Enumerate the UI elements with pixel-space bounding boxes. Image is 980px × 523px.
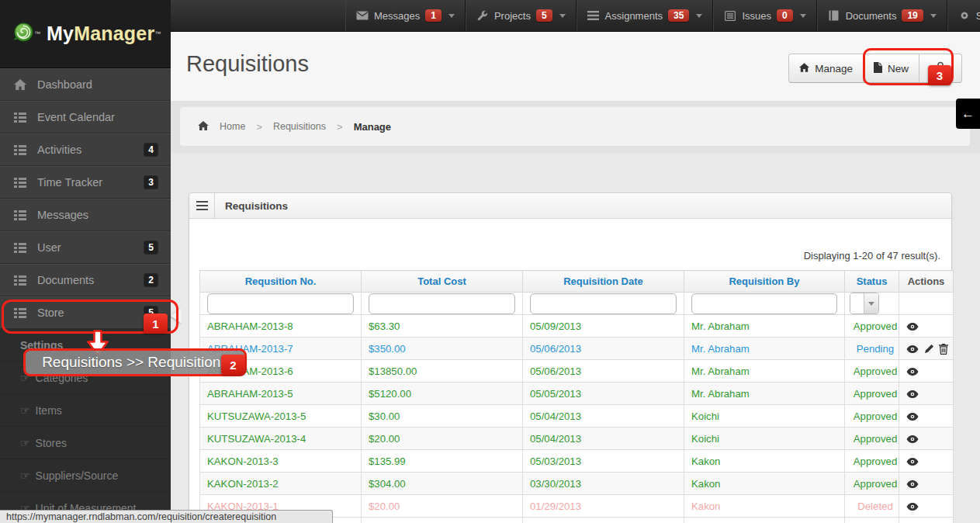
filter-total-cost-input[interactable]	[369, 293, 515, 314]
collapse-panel-button[interactable]: ←	[956, 99, 980, 129]
app-logo[interactable]: ™ MyManager ™	[0, 0, 171, 68]
chevron-separator: >	[256, 121, 262, 133]
count-badge: 5	[536, 9, 552, 22]
cell-requisition-date: 05/04/2013	[523, 428, 684, 450]
nav-issues[interactable]: Issues 0	[713, 0, 816, 31]
column-requisition-no[interactable]: Requsition No.	[200, 271, 362, 293]
view-icon[interactable]	[906, 435, 919, 443]
count-badge: 35	[668, 9, 689, 22]
filter-requisition-date-input[interactable]	[530, 293, 677, 314]
delete-icon[interactable]	[939, 344, 948, 355]
view-icon[interactable]	[906, 368, 919, 376]
annotation-tooltip: Requisitions >> Requisitions	[23, 348, 247, 376]
column-actions: Actions	[899, 271, 954, 293]
nav-settings[interactable]: Settings	[947, 0, 980, 31]
view-icon[interactable]	[906, 458, 919, 466]
edit-icon[interactable]	[924, 344, 934, 354]
filter-status-select[interactable]	[850, 293, 879, 314]
requisitions-panel: Requisitions Displaying 1-20 of 47 resul…	[189, 192, 952, 523]
chevron-separator: >	[337, 121, 343, 133]
panel-body: Displaying 1-20 of 47 result(s). Requsit…	[189, 219, 951, 523]
trademark: ™	[34, 30, 40, 37]
nav-assignments[interactable]: Assignments 35	[577, 0, 714, 31]
sidebar-item-activities[interactable]: Activities 4	[0, 133, 171, 166]
panel-header: Requisitions	[189, 193, 951, 219]
cell-requisition-no: KUTSUZAWA-2013-5	[200, 405, 362, 428]
view-icon[interactable]	[906, 503, 919, 511]
submenu-item-stores[interactable]: ☞ Stores	[0, 427, 171, 459]
cell-requisition-by: Koichi	[684, 405, 845, 428]
table-row: ABRAHAM-2013-6 $13850.00 05/06/2013 Mr. …	[200, 360, 954, 383]
count-badge: 0	[777, 9, 793, 22]
view-icon[interactable]	[906, 345, 919, 353]
cell-requisition-no: KAKON-2013-3	[200, 450, 362, 473]
column-requisition-date[interactable]: Requisition Date	[523, 271, 684, 293]
sidebar-item-label: Dashboard	[37, 78, 158, 91]
cell-total-cost: $5120.00	[362, 383, 523, 405]
view-icon[interactable]	[906, 323, 919, 331]
filter-requisition-by-input[interactable]	[691, 293, 837, 314]
nav-messages[interactable]: Messages 1	[345, 0, 466, 31]
th-list-icon	[14, 210, 37, 220]
browser-status-bar: https://mymanager.rndlabman.com/requisit…	[0, 510, 333, 523]
filter-row	[200, 293, 954, 315]
submenu-label: Items	[36, 404, 62, 417]
th-list-icon	[14, 178, 37, 188]
cell-requisition-no: KAKON-2013-2	[200, 473, 362, 495]
submenu-label: Suppliers/Source	[36, 469, 119, 482]
envelope-icon	[356, 11, 369, 20]
table-header-row: Requsition No. Total Cost Requisition Da…	[200, 271, 954, 293]
button-label: Manage	[815, 63, 853, 74]
list-icon	[587, 11, 600, 20]
submenu-item-items[interactable]: ☞ Items	[0, 394, 171, 427]
view-icon[interactable]	[906, 413, 919, 421]
cell-requisition-by: Koichi	[684, 428, 845, 450]
sidebar-item-messages[interactable]: Messages	[0, 199, 171, 231]
sidebar-item-documents[interactable]: Documents 2	[0, 264, 171, 296]
table-row: KAKON-2013-3 $135.99 05/03/2013 Kakon Ap…	[200, 450, 954, 473]
nav-projects[interactable]: Projects 5	[466, 0, 577, 31]
manage-button[interactable]: Manage	[788, 54, 864, 83]
hand-pointer-icon: ☞	[20, 469, 30, 482]
cell-total-cost: $30.00	[362, 405, 523, 428]
cell-requisition-date: 05/09/2013	[523, 315, 684, 338]
sidebar-item-dashboard[interactable]: Dashboard	[0, 68, 171, 101]
cell-requisition-date: 03/30/2013	[523, 473, 684, 495]
hand-pointer-icon: ☞	[20, 437, 30, 449]
nav-label: Projects	[494, 10, 531, 22]
sidebar-menu: Dashboard Event Calendar Activities 4 Ti…	[0, 68, 171, 329]
submenu-item-suppliers-source[interactable]: ☞ Suppliers/Source	[0, 459, 171, 492]
logo-snail-icon	[13, 22, 34, 46]
column-requisition-by[interactable]: Requisition By	[684, 271, 845, 293]
sidebar-item-label: Activities	[37, 144, 144, 156]
sidebar-item-event-calendar[interactable]: Event Calendar	[0, 101, 171, 133]
nav-label: Settings	[976, 10, 980, 22]
table-row: ABRAHAM-2013-5 $5120.00 05/05/2013 Mr. A…	[200, 383, 954, 405]
annotation-step-3: 3	[928, 65, 951, 85]
nav-documents[interactable]: Documents 19	[817, 0, 947, 31]
cell-status: Approved	[845, 383, 899, 405]
breadcrumb-current: Manage	[354, 121, 391, 133]
cell-status: Approved	[845, 405, 899, 428]
panel-menu-button[interactable]	[189, 193, 215, 218]
column-status[interactable]: Status	[845, 271, 899, 293]
cell-total-cost: $135.99	[362, 450, 523, 473]
cell-total-cost: $350.00	[362, 338, 523, 360]
cell-requisition-date: 05/04/2013	[523, 405, 684, 428]
cell-total-cost: $304.00	[362, 473, 523, 495]
sidebar-item-time-tracker[interactable]: Time Tracker 3	[0, 166, 171, 199]
content-area: Requisitions Displaying 1-20 of 47 resul…	[171, 153, 980, 523]
sidebar: ™ MyManager ™ Dashboard Event Calendar A…	[0, 0, 171, 523]
view-icon[interactable]	[906, 480, 919, 488]
cell-requisition-by: Kakon	[684, 495, 845, 518]
home-icon	[198, 121, 209, 133]
th-list-icon	[14, 145, 37, 155]
column-total-cost[interactable]: Total Cost	[362, 271, 523, 293]
breadcrumb-home[interactable]: Home	[220, 121, 245, 132]
breadcrumb-requisitions[interactable]: Requisitions	[273, 121, 326, 132]
table-row: KUTSUZAWA-2013-4 $20.00 05/04/2013 Koich…	[200, 428, 954, 450]
count-badge: 19	[902, 9, 923, 22]
filter-requisition-no-input[interactable]	[207, 293, 354, 314]
view-icon[interactable]	[906, 390, 919, 398]
sidebar-item-user[interactable]: User 5	[0, 231, 171, 264]
